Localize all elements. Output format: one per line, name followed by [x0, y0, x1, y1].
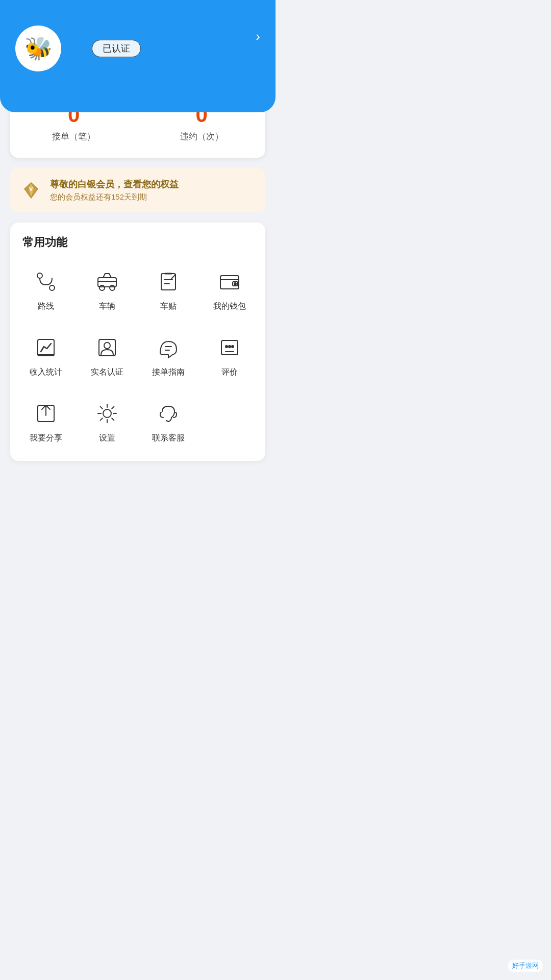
feature-income-label: 收入统计	[30, 367, 62, 378]
svg-point-5	[110, 285, 115, 290]
feature-route[interactable]: 路线	[15, 258, 77, 324]
bee-icon: 🐝	[24, 35, 53, 62]
svg-point-2	[49, 285, 55, 290]
svg-point-15	[229, 346, 231, 348]
support-icon	[154, 399, 183, 428]
feature-section-title: 常用功能	[15, 235, 260, 258]
settings-icon	[93, 399, 121, 428]
member-banner[interactable]: V 尊敬的白银会员，查看您的权益 您的会员权益还有152天到期	[10, 168, 265, 212]
feature-route-label: 路线	[38, 301, 54, 312]
feature-car-sticker-label: 车贴	[160, 301, 177, 312]
feature-vehicle[interactable]: 车辆	[77, 258, 138, 324]
svg-text:V: V	[29, 186, 33, 192]
feature-guide-label: 接单指南	[152, 367, 185, 378]
member-title: 尊敬的白银会员，查看您的权益	[50, 178, 179, 190]
svg-point-1	[37, 273, 42, 278]
feature-grid: 路线 车辆	[15, 258, 260, 456]
member-subtitle: 您的会员权益还有152天到期	[50, 192, 179, 202]
feature-settings[interactable]: 设置	[77, 390, 138, 456]
feature-vehicle-label: 车辆	[99, 301, 115, 312]
car-sticker-icon	[154, 267, 183, 296]
income-icon	[32, 333, 60, 362]
feature-wallet-label: 我的钱包	[213, 301, 246, 312]
realname-icon	[93, 333, 121, 362]
wallet-icon	[215, 267, 244, 296]
guide-icon	[154, 333, 183, 362]
share-icon	[32, 399, 60, 428]
stat-violations-label: 违约（次）	[138, 131, 266, 142]
stat-orders-label: 接单（笔）	[10, 131, 138, 142]
member-text: 尊敬的白银会员，查看您的权益 您的会员权益还有152天到期	[50, 178, 179, 202]
vehicle-icon	[93, 267, 121, 296]
svg-point-4	[99, 285, 105, 290]
feature-review-label: 评价	[221, 367, 238, 378]
feature-wallet[interactable]: 我的钱包	[199, 258, 260, 324]
header-background: 🐝 已认证 ›	[0, 0, 276, 112]
header-content: 🐝 已认证 ›	[0, 0, 276, 71]
feature-support-label: 联系客服	[152, 433, 185, 444]
feature-realname-label: 实名认证	[91, 367, 123, 378]
avatar[interactable]: 🐝	[15, 26, 61, 71]
svg-point-18	[103, 409, 111, 418]
svg-point-14	[226, 346, 228, 348]
feature-income[interactable]: 收入统计	[15, 324, 77, 390]
feature-settings-label: 设置	[99, 433, 115, 444]
feature-guide[interactable]: 接单指南	[138, 324, 199, 390]
feature-share[interactable]: 我要分享	[15, 390, 77, 456]
profile-arrow-icon[interactable]: ›	[256, 29, 260, 44]
svg-point-16	[232, 346, 234, 348]
feature-card: 常用功能 路线 车辆	[10, 223, 265, 461]
feature-realname[interactable]: 实名认证	[77, 324, 138, 390]
svg-point-9	[234, 283, 236, 285]
route-icon	[32, 267, 60, 296]
review-icon	[215, 333, 244, 362]
feature-share-label: 我要分享	[30, 433, 62, 444]
feature-car-sticker[interactable]: 车贴	[138, 258, 199, 324]
feature-review[interactable]: 评价	[199, 324, 260, 390]
feature-support[interactable]: 联系客服	[138, 390, 199, 456]
svg-point-12	[104, 342, 110, 349]
certified-badge: 已认证	[92, 40, 141, 57]
vip-diamond-icon: V	[20, 180, 42, 201]
